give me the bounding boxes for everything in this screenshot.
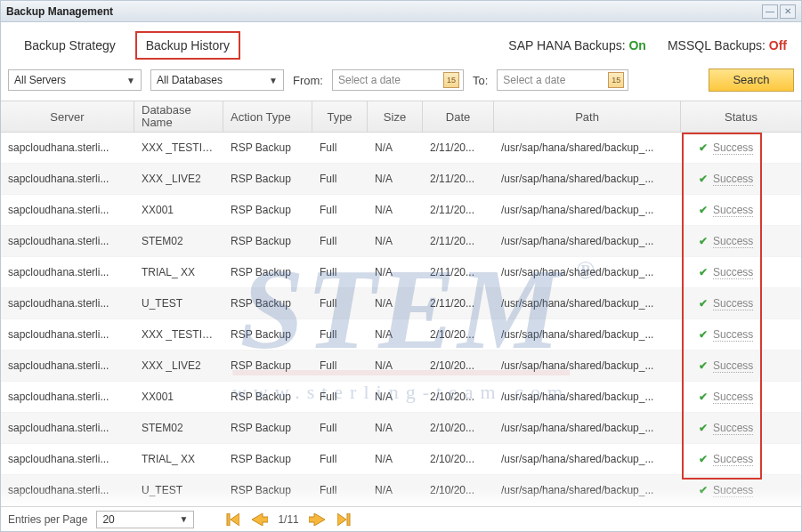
table-row[interactable]: sapcloudhana.sterli...XX001RSP BackupFul… [1,195,801,226]
th-path[interactable]: Path [494,101,681,132]
status-link[interactable]: Success [713,422,753,435]
th-date[interactable]: Date [423,101,494,132]
cell-database: XX001 [134,204,223,216]
th-size[interactable]: Size [368,101,423,132]
status-link[interactable]: Success [713,359,753,373]
minimize-button[interactable]: — [762,4,778,19]
database-select[interactable]: All Databases ▼ [150,69,284,91]
th-status[interactable]: Status [681,101,801,132]
status-link[interactable]: Success [713,266,753,279]
cell-path: /usr/sap/hana/shared/backup_... [494,422,681,434]
tab-backup-history[interactable]: Backup History [135,31,240,60]
pager-next-button[interactable] [308,512,328,527]
entries-per-page-value: 20 [102,513,114,526]
cell-size: N/A [368,173,423,185]
check-icon: ✔ [699,297,708,310]
hana-backups-label: SAP HANA Backups: On [508,38,646,52]
to-date-input[interactable]: Select a date 15 [497,69,628,91]
cell-size: N/A [368,422,423,434]
table-row[interactable]: sapcloudhana.sterli...U_TESTRSP BackupFu… [1,288,801,319]
check-icon: ✔ [699,391,708,403]
check-icon: ✔ [699,141,708,154]
cell-type: Full [312,266,368,278]
close-icon: ✕ [784,7,791,16]
cell-database: XX001 [134,391,223,403]
cell-database: XXX _TESTING [134,328,223,341]
search-button[interactable]: Search [709,69,794,92]
cell-server: sapcloudhana.sterli... [1,266,134,278]
status-link[interactable]: Success [713,297,753,310]
table-row[interactable]: sapcloudhana.sterli...STEM02RSP BackupFu… [1,413,801,444]
caret-down-icon: ▼ [126,76,135,85]
table-row[interactable]: sapcloudhana.sterli...XXX _LIVE2RSP Back… [1,164,801,195]
th-database-name[interactable]: Database Name [134,101,223,132]
cell-database: STEM02 [134,422,223,434]
cell-date: 2/10/20... [423,391,494,403]
cell-server: sapcloudhana.sterli... [1,297,134,310]
cell-action-type: RSP Backup [223,453,312,465]
table-row[interactable]: sapcloudhana.sterli...TRIAL_ XXRSP Backu… [1,444,801,475]
th-type[interactable]: Type [312,101,368,132]
table-row[interactable]: sapcloudhana.sterli...STEM02RSP BackupFu… [1,226,801,257]
cell-status: ✔Success [681,484,801,497]
cell-date: 2/10/20... [423,328,494,341]
cell-path: /usr/sap/hana/shared/backup_... [494,266,681,278]
backup-states: SAP HANA Backups: On MSSQL Backups: Off [508,38,787,52]
page-position: 1/11 [278,513,298,526]
pager-last-button[interactable] [336,512,356,527]
cell-type: Full [312,359,368,372]
close-button[interactable]: ✕ [780,4,796,19]
arrow-left-icon [250,513,268,526]
entries-per-page-select[interactable]: 20 ▼ [96,511,194,528]
cell-server: sapcloudhana.sterli... [1,391,134,403]
table-row[interactable]: sapcloudhana.sterli...U_TESTRSP BackupFu… [1,475,801,506]
status-link[interactable]: Success [713,204,753,217]
check-icon: ✔ [699,484,708,496]
cell-status: ✔Success [681,422,801,435]
cell-database: XXX _TESTING [134,141,223,154]
cell-date: 2/10/20... [423,453,494,465]
cell-path: /usr/sap/hana/shared/backup_... [494,235,681,247]
tab-backup-strategy[interactable]: Backup Strategy [15,33,125,58]
cell-date: 2/11/20... [423,297,494,310]
caret-down-icon: ▼ [269,76,278,85]
tabs-row: Backup Strategy Backup History SAP HANA … [1,22,801,65]
status-link[interactable]: Success [713,484,753,497]
cell-status: ✔Success [681,391,801,404]
svg-marker-3 [309,513,325,526]
cell-database: TRIAL_ XX [134,453,223,465]
cell-date: 2/11/20... [423,141,494,154]
table-row[interactable]: sapcloudhana.sterli...TRIAL_ XXRSP Backu… [1,257,801,288]
table-row[interactable]: sapcloudhana.sterli...XX001RSP BackupFul… [1,382,801,413]
cell-type: Full [312,391,368,403]
status-link[interactable]: Success [713,141,753,155]
status-link[interactable]: Success [713,173,753,186]
table-row[interactable]: sapcloudhana.sterli...XXX _TESTINGRSP Ba… [1,133,801,164]
from-date-input[interactable]: Select a date 15 [332,69,464,91]
table-row[interactable]: sapcloudhana.sterli...XXX _TESTINGRSP Ba… [1,319,801,351]
table-body: sapcloudhana.sterli...XXX _TESTINGRSP Ba… [1,133,801,506]
to-label: To: [473,74,488,87]
backup-history-table: Server Database Name Action Type Type Si… [1,101,801,506]
th-action-type[interactable]: Action Type [223,101,312,132]
status-link[interactable]: Success [713,328,753,342]
status-link[interactable]: Success [713,391,753,404]
check-icon: ✔ [699,422,708,434]
pager-prev-button[interactable] [249,512,269,527]
cell-action-type: RSP Backup [223,204,312,216]
th-server[interactable]: Server [1,101,134,132]
status-link[interactable]: Success [713,235,753,248]
window-title: Backup Management [6,5,113,18]
cell-size: N/A [368,359,423,372]
table-row[interactable]: sapcloudhana.sterli...XXX _LIVE2RSP Back… [1,351,801,382]
status-link[interactable]: Success [713,453,753,466]
cell-action-type: RSP Backup [223,266,312,278]
cell-status: ✔Success [681,235,801,248]
title-bar: Backup Management — ✕ [1,1,801,22]
cell-action-type: RSP Backup [223,391,312,403]
cell-status: ✔Success [681,328,801,342]
cell-path: /usr/sap/hana/shared/backup_... [494,141,681,154]
cell-server: sapcloudhana.sterli... [1,422,134,434]
pager-first-button[interactable] [221,512,240,527]
server-select[interactable]: All Servers ▼ [8,69,142,91]
